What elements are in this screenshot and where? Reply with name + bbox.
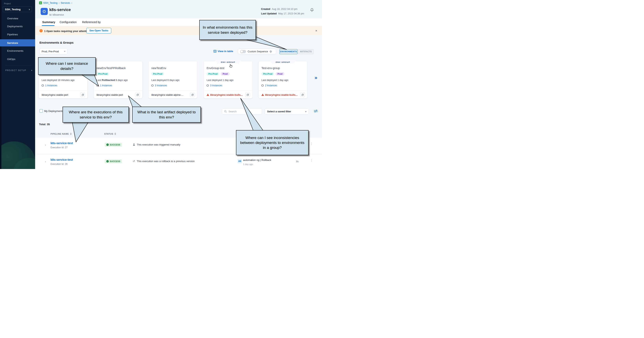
instances-link[interactable]: 2 Instances	[262, 84, 277, 87]
sidebar-item-label: GitOps	[7, 58, 16, 61]
copy-icon[interactable]	[300, 92, 305, 97]
updated-value: May 17, 2023 04:36 pm	[278, 12, 304, 15]
env-card[interactable]: newTestEnv Pre-Prod Last deployed 6 days…	[148, 61, 197, 99]
sidebar-item-label: Environments	[7, 49, 24, 52]
section-title: Environments & Groups	[40, 41, 74, 44]
status-badge: ✓ SUCCESS	[105, 143, 122, 147]
view-in-table-label: View in table	[218, 50, 233, 53]
created-label: Created	[261, 8, 270, 11]
divider	[94, 91, 142, 91]
last-deployed: Last deployed 1 day ago	[262, 79, 288, 82]
status-label: SUCCESS	[110, 160, 120, 162]
breadcrumb-project-link[interactable]: SSH_Testing	[43, 2, 58, 4]
env-card[interactable]: newEnvTestPPRollback Pre-Prod Last Rollb…	[94, 61, 142, 99]
view-in-table-link[interactable]: View in table	[214, 50, 233, 53]
instances-count: 3 Instances	[210, 84, 222, 87]
banner-message: 1 Open tasks requiring your attention.	[44, 30, 90, 33]
copy-icon[interactable]	[190, 92, 195, 97]
custom-sequence-label: Custom Sequence	[248, 50, 268, 53]
artifact-name: library/nginx:stable-bulls...	[265, 93, 299, 96]
env-group-card[interactable]: EnvGroup-test Pre-Prod Prod Last deploye…	[204, 61, 252, 99]
segment-environments-button[interactable]: ENVIRONMENTS	[280, 49, 298, 54]
sidebar-item-services[interactable]: Services	[0, 39, 35, 46]
column-header-status[interactable]: STATUS	[104, 133, 116, 135]
last-deployed: Last deployed 6 days ago	[151, 79, 179, 82]
instances-icon	[96, 84, 99, 87]
avatar: AN	[238, 159, 242, 163]
copy-icon[interactable]	[245, 92, 250, 97]
instances-link[interactable]: 1 Instances	[42, 84, 57, 87]
module-rail	[0, 0, 2, 169]
divider	[148, 91, 197, 91]
env-type-badge: Pre-Prod	[206, 72, 219, 75]
status-badge: ✓ SUCCESS	[105, 159, 122, 163]
column-label: STATUS	[104, 133, 113, 135]
expand-chevron-icon[interactable]: ›	[45, 143, 46, 147]
created-value: Aug 18, 2022 04:10 pm	[272, 8, 298, 11]
saved-filter-select[interactable]: Select a saved filter ▾	[265, 108, 309, 115]
trigger-note: This execution was a rollback to a previ…	[137, 160, 194, 163]
check-icon: ✓	[106, 160, 109, 162]
divider	[39, 91, 88, 91]
instances-link[interactable]: 3 Instances	[151, 84, 167, 87]
segment-artifacts-button[interactable]: ARTIFACTS	[298, 49, 314, 54]
gear-icon[interactable]: ⚙	[270, 50, 272, 53]
updated-meta: Last Updated May 17, 2023 04:36 pm	[261, 12, 304, 15]
see-open-tasks-button[interactable]: See Open Tasks	[86, 28, 111, 33]
row-menu-icon[interactable]: ⋮	[310, 143, 312, 145]
callout-executions-question: Where are the executions of this service…	[62, 107, 129, 123]
tab-configuration[interactable]: Configuration	[60, 21, 76, 24]
sidebar-item-label: Deployments	[7, 25, 23, 28]
column-label: PIPELINE NAME	[50, 133, 69, 135]
sidebar-item-gitops[interactable]: GitOps	[2, 56, 35, 63]
tab-summary[interactable]: Summary	[42, 21, 55, 24]
my-deployments-checkbox[interactable]	[40, 109, 43, 113]
search-input[interactable]	[228, 110, 258, 113]
updated-label: Last Updated	[261, 12, 276, 15]
instances-count: 1 Instances	[45, 84, 57, 87]
callout-artifact-question: What is the last artifact deployed to th…	[132, 107, 201, 123]
notifications-bell-icon[interactable]	[310, 8, 314, 12]
sidebar-item-environments[interactable]: Environments	[2, 47, 35, 54]
service-id: Id: k8sservice	[49, 14, 64, 16]
breadcrumb: ∞ SSH_Testing › Services ›	[39, 2, 72, 4]
duration: 8s	[296, 160, 299, 163]
row-menu-icon[interactable]: ⋮	[310, 159, 312, 161]
pipeline-link[interactable]: k8s-service-test	[50, 158, 73, 161]
copy-icon[interactable]	[135, 92, 140, 97]
scroll-right-icon[interactable]: »	[314, 75, 317, 81]
last-deployed: Last deployed 18 minutes ago	[42, 79, 74, 82]
tab-referenced-by[interactable]: Referenced by	[82, 21, 100, 24]
project-section-label: Project	[4, 2, 11, 5]
env-name: newTestEnv	[151, 67, 166, 70]
last-deployed: Last Rollbacked 6 days ago	[96, 79, 128, 82]
column-header-pipeline[interactable]: PIPELINE NAME	[50, 133, 72, 135]
sidebar-divider	[5, 65, 31, 65]
sidebar-item-overview[interactable]: Overview	[2, 15, 35, 22]
execution-row[interactable]: › k8s-service-test Execution Id: 26 ✓ SU…	[35, 154, 322, 169]
check-icon: ✓	[106, 144, 109, 146]
last-deployed: Last deployed 1 day ago	[206, 79, 234, 82]
warning-triangle-icon	[262, 94, 264, 96]
project-setup-toggle[interactable]: PROJECT SETUP ▾	[5, 69, 32, 72]
env-group-card[interactable]: Test-env-group Pre-Prod Prod Last deploy…	[258, 61, 308, 99]
pipeline-link[interactable]: k8s-service-test	[50, 141, 73, 145]
breadcrumb-services-link[interactable]: Services	[60, 2, 70, 4]
filter-sliders-icon[interactable]	[314, 109, 318, 114]
custom-sequence-toggle[interactable]	[240, 50, 246, 53]
expand-chevron-icon[interactable]: ›	[45, 160, 46, 163]
chevron-right-icon: ›	[29, 8, 30, 11]
sidebar-item-deployments[interactable]: Deployments	[2, 23, 35, 30]
instances-link[interactable]: 3 Instances	[206, 84, 222, 87]
instances-count: 1 Instances	[100, 84, 112, 87]
close-icon[interactable]: ×	[315, 29, 317, 33]
copy-icon[interactable]	[80, 92, 85, 97]
breadcrumb-separator: ›	[58, 2, 60, 4]
project-selector[interactable]: SSH_Testing ›	[3, 7, 32, 12]
instances-link[interactable]: 1 Instances	[96, 84, 112, 87]
env-type-badge: Pre-Prod	[96, 72, 109, 75]
env-type-filter[interactable]: Prod, Pre-Prod ▾	[40, 48, 68, 54]
sidebar-item-pipelines[interactable]: Pipelines	[2, 31, 35, 38]
env-group-ribbon: ENV GROUP	[215, 60, 241, 64]
execution-id: Execution Id: 26	[50, 163, 68, 165]
